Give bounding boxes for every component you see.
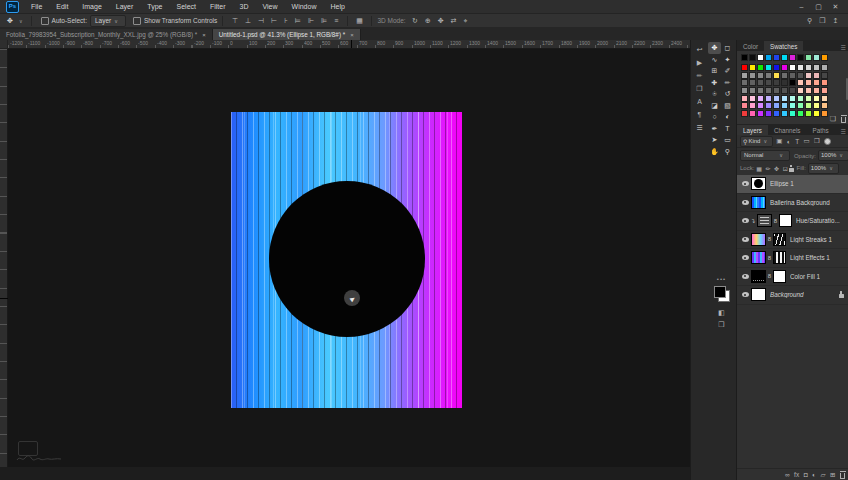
- brush-settings-panel-icon[interactable]: ✏: [697, 69, 703, 82]
- layer-name[interactable]: Light Streaks 1: [790, 236, 832, 243]
- foreground-color-chip[interactable]: [714, 286, 726, 298]
- swatch[interactable]: [773, 79, 780, 86]
- zoom-tool[interactable]: ⚲: [721, 146, 734, 158]
- canvas-viewport[interactable]: ▶: [8, 49, 690, 467]
- swatch[interactable]: [781, 54, 788, 61]
- visibility-toggle[interactable]: [740, 255, 750, 260]
- opacity-dropdown[interactable]: 100% ∨: [818, 150, 848, 161]
- align-top-edges-icon[interactable]: ⊤: [228, 17, 241, 25]
- menu-window[interactable]: Window: [285, 3, 324, 10]
- swatch[interactable]: [741, 79, 748, 86]
- swatch[interactable]: [741, 54, 748, 61]
- layer-name[interactable]: Ellipse 1: [770, 180, 794, 187]
- menu-image[interactable]: Image: [75, 3, 108, 10]
- visibility-toggle[interactable]: [740, 237, 750, 242]
- swatch[interactable]: [813, 64, 820, 71]
- paragraph-panel-icon[interactable]: ¶: [698, 108, 702, 121]
- screen-mode-icon[interactable]: ❒: [718, 319, 724, 331]
- swatch[interactable]: [773, 110, 780, 117]
- eyedropper-tool[interactable]: ✐: [721, 65, 734, 77]
- blur-tool[interactable]: ○: [708, 111, 721, 123]
- swatch[interactable]: [781, 72, 788, 79]
- swatch[interactable]: [789, 79, 796, 86]
- swatch[interactable]: [821, 102, 828, 109]
- swatch[interactable]: [821, 72, 828, 79]
- layer-row[interactable]: 8Light Effects 1: [737, 249, 848, 268]
- vertical-ruler[interactable]: [0, 49, 8, 467]
- swatch[interactable]: [781, 110, 788, 117]
- layer-name[interactable]: Color Fill 1: [790, 273, 820, 280]
- clone-stamp-tool[interactable]: ⍟: [708, 88, 721, 100]
- swatch[interactable]: [757, 79, 764, 86]
- swatch[interactable]: [789, 54, 796, 61]
- layer-row[interactable]: Ballerina Background: [737, 194, 848, 213]
- swatch[interactable]: [741, 102, 748, 109]
- delete-swatch-icon[interactable]: [841, 117, 846, 123]
- swatch[interactable]: [789, 102, 796, 109]
- actions-panel-icon[interactable]: ▶: [697, 56, 702, 69]
- swatch[interactable]: [789, 95, 796, 102]
- swatch[interactable]: [805, 64, 812, 71]
- swatch[interactable]: [765, 72, 772, 79]
- swatch[interactable]: [813, 110, 820, 117]
- hand-tool[interactable]: ✋: [708, 146, 721, 158]
- distribute-vertical-icon[interactable]: ⊫: [318, 17, 331, 25]
- swatch[interactable]: [797, 110, 804, 117]
- swatch[interactable]: [821, 64, 828, 71]
- tab-paths[interactable]: Paths: [807, 125, 835, 135]
- distribute-bottom-icon[interactable]: ≡: [331, 17, 342, 24]
- swatch[interactable]: [797, 102, 804, 109]
- document-tab-2[interactable]: Untitled-1.psd @ 41.3% (Ellipse 1, RGB/8…: [213, 29, 361, 40]
- layer-row[interactable]: Background: [737, 286, 848, 305]
- swatch[interactable]: [741, 110, 748, 117]
- menu-select[interactable]: Select: [170, 3, 203, 10]
- swatch[interactable]: [781, 79, 788, 86]
- gradient-tool[interactable]: ▧: [721, 100, 734, 112]
- swatch[interactable]: [749, 110, 756, 117]
- swatch[interactable]: [773, 72, 780, 79]
- filter-toggle[interactable]: [824, 138, 831, 145]
- swatch[interactable]: [805, 87, 812, 94]
- swatch[interactable]: [821, 87, 828, 94]
- swatch[interactable]: [805, 110, 812, 117]
- swatch[interactable]: [797, 72, 804, 79]
- swatch[interactable]: [773, 95, 780, 102]
- swatch[interactable]: [741, 87, 748, 94]
- document-tab-1[interactable]: Fotolia_79983954_Subscription_Monthly_XX…: [0, 29, 213, 40]
- 3d-slide-icon[interactable]: ⇄: [447, 17, 460, 25]
- pen-tool[interactable]: ✒: [708, 123, 721, 135]
- swatch[interactable]: [813, 102, 820, 109]
- new-swatch-icon[interactable]: ❏: [830, 115, 836, 123]
- panel-menu-icon[interactable]: ☰: [841, 44, 846, 51]
- lock-paint-icon[interactable]: ✏: [764, 165, 773, 172]
- swatch[interactable]: [805, 54, 812, 61]
- swatch[interactable]: [773, 102, 780, 109]
- fill-dropdown[interactable]: 100% ∨: [808, 163, 839, 174]
- swatch[interactable]: [797, 54, 804, 61]
- layer-row[interactable]: 8Color Fill 1: [737, 268, 848, 287]
- swatch[interactable]: [757, 110, 764, 117]
- tab-close-icon[interactable]: ×: [350, 32, 354, 38]
- swatch[interactable]: [749, 87, 756, 94]
- menu-help[interactable]: Help: [323, 3, 351, 10]
- search-icon[interactable]: ⚲: [804, 17, 816, 25]
- align-vertical-centers-icon[interactable]: ⊥: [241, 17, 254, 25]
- swatch[interactable]: [749, 64, 756, 71]
- type-tool[interactable]: T: [721, 123, 734, 135]
- swatch[interactable]: [765, 102, 772, 109]
- visibility-toggle[interactable]: [740, 292, 750, 297]
- swatch[interactable]: [781, 87, 788, 94]
- swatch[interactable]: [765, 54, 772, 61]
- layer-thumbnail[interactable]: [752, 271, 765, 282]
- layer-mask-thumbnail[interactable]: [774, 234, 785, 245]
- new-adjustment-layer-icon[interactable]: ◐: [812, 471, 816, 478]
- move-tool[interactable]: ✥: [708, 42, 721, 54]
- layer-row[interactable]: 8Light Streaks 1: [737, 231, 848, 250]
- visibility-toggle[interactable]: [740, 274, 750, 279]
- minimize-button[interactable]: –: [793, 3, 810, 10]
- align-right-edges-icon[interactable]: ⊨: [291, 17, 304, 25]
- menu-type[interactable]: Type: [140, 3, 169, 10]
- swatch[interactable]: [749, 79, 756, 86]
- swatch[interactable]: [797, 95, 804, 102]
- tab-close-icon[interactable]: ×: [202, 32, 206, 38]
